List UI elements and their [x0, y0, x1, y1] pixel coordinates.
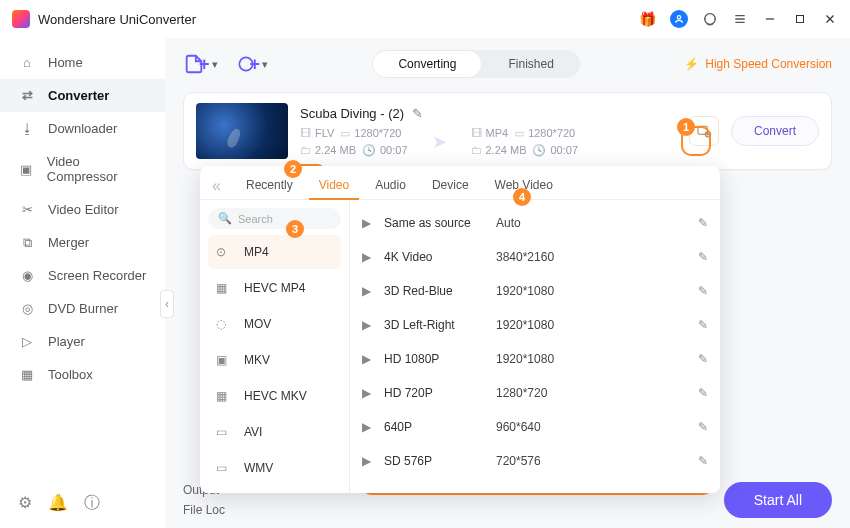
app-logo: [12, 10, 30, 28]
add-file-button[interactable]: +▾: [183, 53, 218, 75]
preset-row[interactable]: ▶3D Red-Blue1920*1080✎: [358, 274, 712, 308]
support-icon[interactable]: [702, 11, 718, 27]
maximize-icon[interactable]: [792, 11, 808, 27]
mov-icon: ◌: [216, 317, 234, 331]
video-icon: ▶: [362, 454, 384, 468]
svg-point-0: [677, 16, 680, 19]
sidebar-item-toolbox[interactable]: ▦Toolbox: [0, 358, 165, 391]
disc-icon: ◎: [18, 302, 36, 316]
film-icon: 🎞: [300, 127, 311, 139]
fmt-mp4[interactable]: ⊙MP4: [208, 235, 341, 269]
film-icon: 🎞: [471, 127, 482, 139]
resolution-icon: ▭: [340, 127, 350, 140]
edit-icon[interactable]: ✎: [698, 250, 708, 264]
mkv-icon: ▣: [216, 353, 234, 367]
fmt-hevcmkv[interactable]: ▦HEVC MKV: [208, 379, 341, 413]
scissors-icon: ✂: [18, 203, 36, 217]
video-icon: ▶: [362, 352, 384, 366]
edit-icon[interactable]: ✎: [698, 284, 708, 298]
preset-row[interactable]: ▶SD 576P720*576✎: [358, 444, 712, 478]
ptab-device[interactable]: Device: [422, 172, 479, 199]
sidebar-item-compressor[interactable]: ▣Video Compressor: [0, 145, 165, 193]
converter-icon: ⇄: [18, 89, 36, 103]
sidebar-item-player[interactable]: ▷Player: [0, 325, 165, 358]
add-url-button[interactable]: +▾: [236, 54, 269, 75]
sidebar-item-home[interactable]: ⌂Home: [0, 46, 165, 79]
preset-row[interactable]: ▶HD 720P1280*720✎: [358, 376, 712, 410]
preset-row[interactable]: ▶4K Video3840*2160✎: [358, 240, 712, 274]
fmt-avi[interactable]: ▭AVI: [208, 415, 341, 449]
sidebar-item-editor[interactable]: ✂Video Editor: [0, 193, 165, 226]
clock-icon: 🕓: [532, 144, 546, 157]
high-speed-toggle[interactable]: ⚡High Speed Conversion: [684, 57, 832, 71]
edit-icon[interactable]: ✎: [698, 386, 708, 400]
status-segmented: Converting Finished: [372, 50, 579, 78]
preset-row[interactable]: ▶Same as sourceAuto✎: [358, 206, 712, 240]
back-icon[interactable]: «: [212, 172, 230, 199]
file-name: Scuba Diving - (2): [300, 106, 404, 121]
fmt-hevcmp4[interactable]: ▦HEVC MP4: [208, 271, 341, 305]
bolt-icon: ⚡: [684, 57, 699, 71]
minimize-icon[interactable]: [762, 11, 778, 27]
sidebar-collapse[interactable]: ‹: [160, 290, 174, 318]
svg-rect-2: [797, 16, 804, 23]
sidebar-item-dvd[interactable]: ◎DVD Burner: [0, 292, 165, 325]
fmt-wmv[interactable]: ▭WMV: [208, 451, 341, 485]
preset-row[interactable]: ▶640P960*640✎: [358, 410, 712, 444]
account-icon[interactable]: [670, 10, 688, 28]
close-icon[interactable]: [822, 11, 838, 27]
format-search[interactable]: 🔍Search: [208, 208, 341, 229]
compress-icon: ▣: [18, 162, 35, 176]
sidebar-item-downloader[interactable]: ⭳Downloader: [0, 112, 165, 145]
fmt-mkv[interactable]: ▣MKV: [208, 343, 341, 377]
settings-icon[interactable]: ⚙: [18, 493, 32, 514]
fmt-mov[interactable]: ◌MOV: [208, 307, 341, 341]
edit-icon[interactable]: ✎: [698, 352, 708, 366]
sidebar-item-merger[interactable]: ⧉Merger: [0, 226, 165, 259]
video-icon: ▶: [362, 318, 384, 332]
video-icon: ▶: [362, 250, 384, 264]
video-icon: ▶: [362, 284, 384, 298]
hevcmkv-icon: ▦: [216, 389, 234, 403]
preset-row[interactable]: ▶3D Left-Right1920*1080✎: [358, 308, 712, 342]
edit-icon[interactable]: ✎: [698, 420, 708, 434]
menu-icon[interactable]: [732, 11, 748, 27]
file-card: Scuba Diving - (2) ✎ 🎞FLV ▭1280*720 🗀2.2…: [183, 92, 832, 170]
mp4-icon: ⊙: [216, 245, 234, 259]
edit-icon[interactable]: ✎: [698, 454, 708, 468]
app-title: Wondershare UniConverter: [38, 12, 196, 27]
sidebar-item-converter[interactable]: ⇄Converter: [0, 79, 165, 112]
preset-row[interactable]: ▶HD 1080P1920*1080✎: [358, 342, 712, 376]
video-icon: ▶: [362, 216, 384, 230]
resolution-icon: ▭: [514, 127, 524, 140]
callout-3: 3: [286, 220, 304, 238]
rename-icon[interactable]: ✎: [412, 106, 423, 121]
video-icon: ▶: [362, 420, 384, 434]
edit-icon[interactable]: ✎: [698, 216, 708, 230]
play-icon: ▷: [18, 335, 36, 349]
download-icon: ⭳: [18, 122, 36, 136]
ptab-video[interactable]: Video: [309, 172, 359, 200]
folder-icon: 🗀: [471, 144, 482, 156]
video-thumbnail[interactable]: [196, 103, 288, 159]
convert-button[interactable]: Convert: [731, 116, 819, 146]
callout-1: 1: [677, 118, 695, 136]
format-popover: « Recently Video Audio Device Web Video …: [200, 166, 720, 493]
folder-icon: 🗀: [300, 144, 311, 156]
tab-finished[interactable]: Finished: [482, 50, 579, 78]
video-icon: ▶: [362, 386, 384, 400]
edit-icon[interactable]: ✎: [698, 318, 708, 332]
fileloc-label: File Loc: [183, 503, 225, 517]
tab-converting[interactable]: Converting: [372, 50, 482, 78]
sidebar-item-recorder[interactable]: ◉Screen Recorder: [0, 259, 165, 292]
info-icon[interactable]: ⓘ: [84, 493, 100, 514]
start-all-button[interactable]: Start All: [724, 482, 832, 518]
bell-icon[interactable]: 🔔: [48, 493, 68, 514]
gift-icon[interactable]: 🎁: [639, 11, 656, 27]
home-icon: ⌂: [18, 56, 36, 70]
search-icon: 🔍: [218, 212, 232, 225]
preset-list: ▶Same as sourceAuto✎ ▶4K Video3840*2160✎…: [350, 200, 720, 493]
clock-icon: 🕓: [362, 144, 376, 157]
ptab-audio[interactable]: Audio: [365, 172, 416, 199]
wmv-icon: ▭: [216, 461, 234, 475]
